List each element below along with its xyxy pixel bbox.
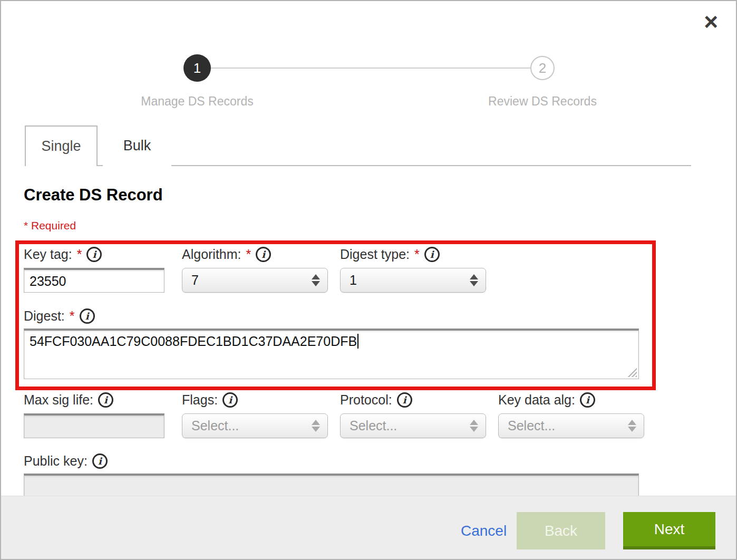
max-sig-life-label: Max sig life: [24,392,93,408]
info-circle-icon[interactable] [98,392,113,408]
resize-handle[interactable] [627,368,637,377]
required-note: * Required [24,219,76,232]
algorithm-required-asterisk: * [246,247,251,262]
digest-type-select[interactable]: 1 [340,268,486,293]
info-circle-icon[interactable] [256,247,271,262]
cancel-button[interactable]: Cancel [461,523,507,539]
stepper-connector-line [201,67,541,69]
select-arrows-icon [312,418,320,433]
flags-field: Flags: Select... [182,392,328,438]
public-key-textarea [24,474,639,497]
close-icon[interactable]: × [704,9,718,34]
key-tag-label: Key tag: [24,247,72,262]
page-title: Create DS Record [24,186,163,205]
key-data-alg-selected-value: Select... [508,418,555,433]
key-tag-required-asterisk: * [77,247,82,262]
digest-required-asterisk: * [70,308,75,324]
info-circle-icon[interactable] [80,308,95,324]
protocol-field: Protocol: Select... [340,392,486,438]
protocol-label: Protocol: [340,392,392,408]
info-circle-icon[interactable] [222,392,238,408]
key-data-alg-select[interactable]: Select... [498,413,644,438]
flags-selected-value: Select... [191,418,239,433]
info-circle-icon[interactable] [86,247,102,262]
select-arrows-icon [628,418,636,433]
tab-bottom-rule [98,165,691,166]
step-1-indicator: 1 [183,54,211,82]
tab-single[interactable]: Single [25,125,98,166]
select-arrows-icon [470,418,478,433]
digest-type-label: Digest type: [340,247,410,262]
algorithm-label: Algorithm: [182,247,241,262]
step-2-label: Review DS Records [437,94,648,109]
digest-field: Digest: * 54FCF030AA1C79C0088FDEC1BD1C37… [24,308,639,379]
digest-value: 54FCF030AA1C79C0088FDEC1BD1C37DAA2E70DFB [30,334,357,349]
key-data-alg-field: Key data alg: Select... [498,392,644,438]
next-button[interactable]: Next [623,512,715,549]
flags-select[interactable]: Select... [182,413,328,438]
digest-type-selected-value: 1 [350,273,357,288]
protocol-select[interactable]: Select... [340,413,486,438]
algorithm-field: Algorithm: * 7 [182,247,328,293]
protocol-selected-value: Select... [350,418,397,433]
key-data-alg-label: Key data alg: [498,392,575,408]
key-tag-field: Key tag: * [24,247,164,293]
max-sig-life-field: Max sig life: [24,392,164,438]
step-1-label: Manage DS Records [92,94,303,109]
create-ds-record-modal: × 1 2 Manage DS Records Review DS Record… [0,0,737,560]
digest-type-field: Digest type: * 1 [340,247,486,293]
algorithm-select[interactable]: 7 [182,268,328,293]
digest-type-required-asterisk: * [414,247,420,262]
back-button: Back [517,512,605,549]
info-circle-icon[interactable] [92,453,108,469]
info-circle-icon[interactable] [580,392,595,408]
text-caret [357,334,358,349]
public-key-field: Public key: [24,453,639,497]
tab-bulk[interactable]: Bulk [103,125,171,166]
select-arrows-icon [312,273,320,288]
algorithm-selected-value: 7 [191,273,199,288]
select-arrows-icon [470,273,478,288]
key-tag-input[interactable] [24,268,164,293]
max-sig-life-input [24,413,164,438]
digest-textarea[interactable]: 54FCF030AA1C79C0088FDEC1BD1C37DAA2E70DFB [24,329,639,379]
flags-label: Flags: [182,392,218,408]
step-2-indicator: 2 [530,56,555,80]
info-circle-icon[interactable] [397,392,412,408]
modal-footer: Cancel Back Next [1,496,736,559]
info-circle-icon[interactable] [424,247,440,262]
public-key-label: Public key: [24,453,88,469]
digest-label: Digest: [24,308,65,324]
